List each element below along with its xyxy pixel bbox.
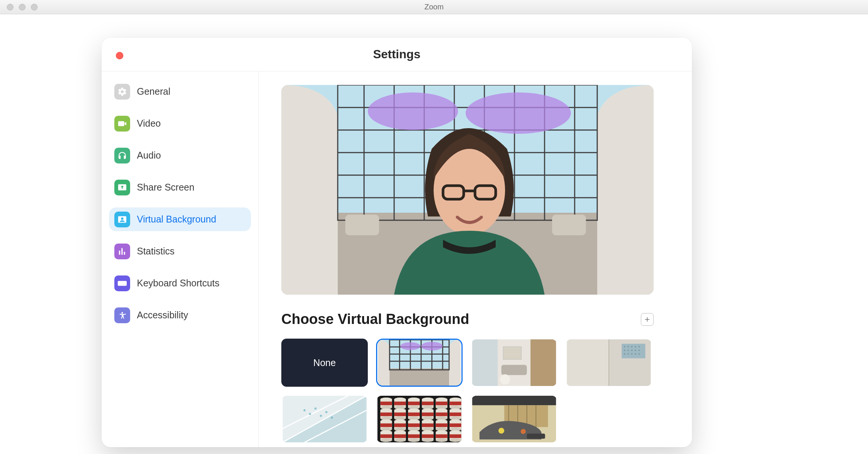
sidebar-item-label: Virtual Background [137, 214, 216, 225]
modal-body: General Video Audio [102, 71, 692, 447]
svg-point-16 [368, 92, 458, 130]
choose-row: Choose Virtual Background [281, 311, 654, 327]
share-screen-icon [114, 180, 130, 195]
thumb-modern-interior[interactable] [471, 339, 557, 387]
svg-rect-79 [472, 396, 556, 405]
svg-point-41 [500, 374, 510, 384]
svg-point-71 [325, 411, 328, 413]
sidebar-item-virtual-background[interactable]: Virtual Background [109, 207, 251, 231]
settings-modal: Settings General Video [102, 38, 692, 447]
svg-point-48 [627, 346, 629, 347]
sidebar-item-label: Share Screen [137, 182, 194, 193]
sidebar-item-label: Keyboard Shortcuts [137, 278, 220, 289]
svg-point-59 [631, 353, 633, 355]
sidebar-item-video[interactable]: Video [109, 112, 251, 135]
sidebar-item-label: Statistics [137, 246, 175, 257]
sidebar-item-statistics[interactable]: Statistics [109, 239, 251, 263]
thumb-none[interactable]: None [281, 339, 368, 387]
svg-point-47 [624, 346, 625, 347]
svg-rect-25 [378, 368, 460, 386]
svg-point-67 [303, 409, 306, 412]
svg-point-51 [638, 346, 640, 347]
sidebar-item-label: Audio [137, 150, 161, 161]
svg-point-85 [498, 428, 504, 434]
chart-icon [114, 244, 130, 259]
svg-point-35 [400, 342, 420, 350]
svg-point-69 [314, 407, 317, 410]
svg-rect-42 [503, 347, 521, 359]
accessibility-icon [114, 307, 130, 323]
virtual-background-panel: Choose Virtual Background None [259, 71, 692, 447]
thumb-glass-ceiling[interactable] [281, 395, 368, 443]
thumb-lobby-atrium[interactable] [376, 339, 463, 387]
svg-point-57 [624, 353, 625, 355]
choose-title: Choose Virtual Background [281, 311, 469, 327]
svg-rect-18 [345, 215, 379, 235]
gear-icon [114, 84, 130, 100]
svg-rect-87 [527, 434, 545, 439]
svg-point-36 [421, 342, 443, 351]
svg-point-58 [627, 353, 629, 355]
video-preview [281, 85, 654, 295]
svg-rect-46 [622, 344, 645, 359]
svg-point-86 [520, 429, 526, 434]
sidebar-item-label: General [137, 86, 170, 97]
sidebar-item-accessibility[interactable]: Accessibility [109, 303, 251, 327]
thumb-motor-oil-cans[interactable] [376, 395, 463, 443]
svg-rect-40 [501, 365, 527, 375]
svg-rect-38 [472, 339, 498, 386]
svg-point-55 [635, 350, 636, 351]
svg-rect-19 [552, 215, 586, 235]
macos-titlebar: Zoom [0, 0, 868, 14]
svg-point-53 [627, 350, 629, 351]
sidebar-item-label: Video [137, 118, 161, 129]
svg-point-60 [635, 353, 636, 355]
svg-point-54 [631, 350, 633, 351]
thumb-none-label: None [313, 357, 336, 368]
svg-point-50 [635, 346, 636, 347]
modal-header: Settings [102, 38, 692, 71]
headphones-icon [114, 148, 130, 163]
thumb-concrete-wall[interactable] [566, 339, 652, 387]
svg-rect-76 [380, 402, 392, 406]
svg-rect-39 [531, 339, 556, 386]
keyboard-icon [114, 275, 130, 291]
sidebar-item-label: Accessibility [137, 310, 188, 321]
svg-point-68 [309, 413, 311, 415]
modal-close-dot[interactable] [116, 52, 123, 59]
svg-point-56 [638, 350, 640, 351]
modal-title: Settings [373, 47, 420, 61]
svg-point-17 [466, 92, 571, 134]
person-card-icon [114, 212, 130, 227]
sidebar-item-audio[interactable]: Audio [109, 144, 251, 167]
svg-point-52 [624, 350, 625, 351]
app-content: Settings General Video [0, 14, 868, 454]
plus-icon [644, 316, 651, 323]
background-thumbnails: None [281, 339, 659, 443]
window-title: Zoom [0, 3, 868, 11]
svg-rect-44 [567, 339, 609, 386]
svg-point-61 [638, 353, 640, 355]
sidebar-item-general[interactable]: General [109, 80, 251, 103]
sidebar-item-keyboard-shortcuts[interactable]: Keyboard Shortcuts [109, 271, 251, 295]
svg-point-70 [320, 415, 322, 417]
svg-point-49 [631, 346, 633, 347]
video-icon [114, 116, 130, 132]
thumb-lounge-sofa[interactable] [471, 395, 557, 443]
settings-sidebar: General Video Audio [102, 71, 259, 447]
add-background-button[interactable] [641, 313, 654, 326]
sidebar-item-share-screen[interactable]: Share Screen [109, 176, 251, 199]
svg-point-72 [331, 416, 333, 419]
